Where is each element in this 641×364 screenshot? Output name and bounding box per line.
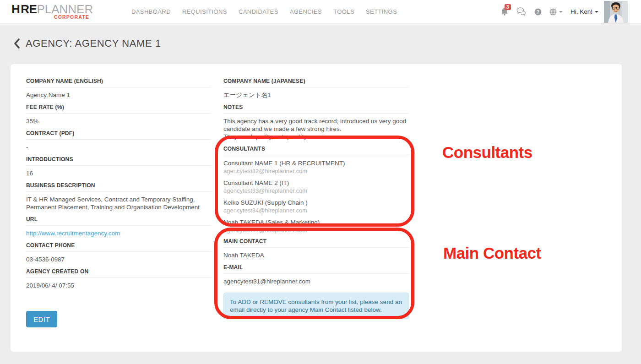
agency-details-left-column: COMPANY NAME (ENGLISH) Agency Name 1 FEE… (26, 78, 212, 294)
greeting-text: Hi, Ken! (570, 8, 592, 15)
field-email: E-MAIL agencytest31@hireplanner.com (223, 264, 409, 287)
field-label: CONTRACT (PDF) (26, 130, 212, 140)
field-value: IT & HR Managed Services, Contract and T… (26, 192, 212, 213)
avatar-photo (604, 1, 628, 23)
svg-text:?: ? (537, 9, 539, 14)
field-url: URL http://www.recruitmentagency.com (26, 216, 212, 239)
field-label: E-MAIL (223, 264, 409, 274)
top-navbar: H RE PLANNER CORPORATE DASHBOARD REQUISI… (0, 0, 641, 23)
header-actions: 3 ? Hi, Ken! (500, 0, 641, 23)
consultant-item: Noah TAKEDA (Sales & Marketing) agencyte… (223, 218, 409, 234)
field-main-contact: MAIN CONTACT Noah TAKEDA (223, 238, 409, 261)
messages-button[interactable] (516, 7, 527, 16)
field-company-name-japanese: COMPANY NAME (JAPANESE) エージェント名1 (223, 78, 409, 101)
field-label: NOTES (223, 104, 409, 114)
field-fee-rate: FEE RATE (%) 35% (26, 104, 212, 127)
field-label: CONSULTANTS (223, 146, 409, 155)
field-label: INTRODUCTIONS (26, 156, 212, 166)
field-agency-created-on: AGENCY CREATED ON 2019/06/ 4/ 07:55 (26, 268, 212, 291)
field-value: 2019/06/ 4/ 07:55 (26, 278, 212, 291)
chevron-left-icon (14, 38, 20, 49)
field-value: Noah TAKEDA (223, 248, 409, 261)
nav-requisitions[interactable]: REQUISITIONS (182, 8, 227, 15)
nav-candidates[interactable]: CANDIDATES (239, 8, 278, 15)
field-value: 16 (26, 166, 212, 179)
chat-icon (516, 7, 527, 16)
consultant-item: Consultant NAME 1 (HR & RECRUITMENT) age… (223, 159, 409, 175)
field-business-description: BUSINESS DESCRIPTION IT & HR Managed Ser… (26, 182, 212, 213)
field-value: エージェント名1 (223, 87, 409, 101)
help-icon: ? (534, 8, 542, 16)
field-label: URL (26, 216, 212, 226)
nav-settings[interactable]: SETTINGS (366, 8, 397, 15)
field-label: MAIN CONTACT (223, 238, 409, 248)
main-nav: DASHBOARD REQUISITIONS CANDIDATES AGENCI… (131, 0, 408, 23)
nav-agencies[interactable]: AGENCIES (290, 8, 322, 15)
consultant-item: Consultant NAME 2 (IT) agencytest33@hire… (223, 179, 409, 195)
user-menu[interactable]: Hi, Ken! (570, 8, 598, 15)
page-title: AGENCY: AGENCY NAME 1 (26, 38, 161, 49)
consultant-name: Consultant NAME 2 (IT) (223, 179, 409, 187)
field-label: CONTACT PHONE (26, 242, 212, 252)
field-introductions: INTRODUCTIONS 16 (26, 156, 212, 179)
consultants-list: Consultant NAME 1 (HR & RECRUITMENT) age… (223, 155, 409, 234)
notes-line-1: This agency has a very good track record… (223, 114, 409, 133)
field-contract-pdf: CONTRACT (PDF) - (26, 130, 212, 153)
hireplanner-logo[interactable]: H RE PLANNER CORPORATE (11, 3, 89, 20)
consultant-name: Consultant NAME 1 (HR & RECRUITMENT) (223, 159, 409, 167)
back-button[interactable] (14, 38, 20, 49)
globe-icon (549, 8, 557, 16)
avatar[interactable] (604, 1, 628, 23)
consultant-item: Keiko SUZUKI (Supply Chain ) agencytest3… (223, 199, 409, 214)
field-notes: NOTES This agency has a very good track … (223, 104, 409, 142)
field-contact-phone: CONTACT PHONE 03-4536-0987 (26, 242, 212, 265)
field-company-name-english: COMPANY NAME (ENGLISH) Agency Name 1 (26, 78, 212, 101)
caret-down-icon (595, 11, 598, 13)
notes-line-2: They send quality, not quantity (223, 133, 409, 142)
field-value: 03-4536-0987 (26, 252, 212, 265)
agency-url-link[interactable]: http://www.recruitmentagency.com (26, 230, 120, 237)
field-value: agencytest31@hireplanner.com (223, 274, 409, 287)
language-dropdown[interactable] (549, 8, 563, 16)
consultants-info-box: To ADD or REMOVE consultants from your l… (223, 293, 409, 319)
edit-button[interactable]: EDIT (26, 311, 57, 327)
help-button[interactable]: ? (534, 8, 542, 16)
consultant-email: agencytest33@hireplanner.com (223, 187, 409, 195)
nav-dashboard[interactable]: DASHBOARD (131, 8, 171, 15)
field-label: BUSINESS DESCRIPTION (26, 182, 212, 192)
logo-text-re: RE (21, 3, 37, 15)
consultant-email: agencytest34@hireplanner.com (223, 206, 409, 214)
agency-details-right-column: COMPANY NAME (JAPANESE) エージェント名1 NOTES T… (223, 78, 409, 319)
nav-tools[interactable]: TOOLS (333, 8, 354, 15)
field-label: COMPANY NAME (JAPANESE) (223, 78, 409, 87)
consultant-name: Keiko SUZUKI (Supply Chain ) (223, 199, 409, 206)
field-label: AGENCY CREATED ON (26, 268, 212, 278)
notification-badge: 3 (505, 4, 511, 10)
notifications-button[interactable]: 3 (500, 7, 509, 16)
field-label: COMPANY NAME (ENGLISH) (26, 78, 212, 87)
field-value: Agency Name 1 (26, 87, 212, 101)
logo-text-planner: PLANNER (37, 3, 93, 15)
field-value: - (26, 140, 212, 153)
consultant-email: agencytest31@hireplanner.com (223, 226, 409, 234)
field-consultants: CONSULTANTS Consultant NAME 1 (HR & RECR… (223, 146, 409, 234)
consultant-email: agencytest32@hireplanner.com (223, 167, 409, 175)
caret-down-icon (559, 11, 563, 13)
consultant-name: Noah TAKEDA (Sales & Marketing) (223, 218, 409, 226)
field-value: 35% (26, 114, 212, 127)
page-title-bar: AGENCY: AGENCY NAME 1 (14, 38, 161, 49)
field-label: FEE RATE (%) (26, 104, 212, 114)
logo-text-h: H (11, 3, 20, 15)
agency-detail-card: COMPANY NAME (ENGLISH) Agency Name 1 FEE… (11, 64, 622, 352)
